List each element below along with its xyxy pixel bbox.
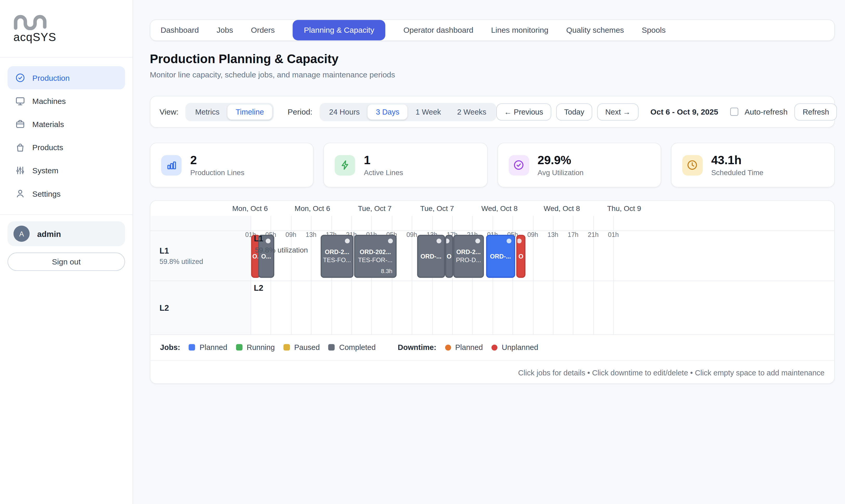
date-header: Wed, Oct 8 xyxy=(544,205,580,213)
job-block[interactable]: O xyxy=(445,235,453,278)
avatar: A xyxy=(14,226,30,241)
job-block[interactable]: ORD-... xyxy=(417,235,445,278)
tab-lines-monitoring[interactable]: Lines monitoring xyxy=(491,20,549,40)
row-label-l2: L2 xyxy=(160,281,169,334)
legend-dot-icon xyxy=(492,344,497,350)
period-segmented-control: 24 Hours3 Days1 Week2 Weeks xyxy=(319,103,496,121)
status-dot-icon xyxy=(266,238,271,244)
block-sublabel: TES-FOR-... xyxy=(358,256,392,265)
block-label: ORD-... xyxy=(420,252,442,260)
stat-value: 1 xyxy=(364,154,403,167)
brand-logo: acqSYS xyxy=(14,11,56,43)
top-nav: DashboardJobsOrdersPlanning & CapacityOp… xyxy=(150,19,834,41)
view-label: View: xyxy=(160,108,179,116)
next-button[interactable]: Next → xyxy=(597,103,639,120)
view-option-timeline[interactable]: Timeline xyxy=(227,104,272,119)
shopping-bag-icon xyxy=(15,142,25,152)
status-dot-icon xyxy=(517,238,522,244)
tick-label: 21h xyxy=(588,231,599,239)
tab-jobs[interactable]: Jobs xyxy=(217,20,233,40)
period-option-2-weeks[interactable]: 2 Weeks xyxy=(449,104,495,119)
previous-button[interactable]: ← Previous xyxy=(496,103,551,120)
block-label: ORD-202... xyxy=(360,248,391,256)
sidebar-item-production[interactable]: Production xyxy=(7,66,125,89)
tick-label: 01h xyxy=(608,231,619,239)
bar-chart-icon xyxy=(161,155,182,175)
chart-row-l1-utilization: 59.8% utilization xyxy=(255,246,308,254)
tab-spools[interactable]: Spools xyxy=(642,20,666,40)
tab-dashboard[interactable]: Dashboard xyxy=(161,20,199,40)
block-label: ORD-2... xyxy=(456,248,481,256)
stat-value: 29.9% xyxy=(538,154,584,167)
legend-item-label: Completed xyxy=(339,343,376,352)
view-option-metrics[interactable]: Metrics xyxy=(187,104,228,119)
legend-item-label: Running xyxy=(247,343,275,352)
sidebar-item-products[interactable]: Products xyxy=(7,136,125,159)
legend-item-downtime-planned: Planned xyxy=(445,343,483,352)
sidebar-item-materials[interactable]: Materials xyxy=(7,112,125,136)
job-block[interactable]: ORD-2...TES-FO... xyxy=(321,235,353,278)
today-button[interactable]: Today xyxy=(556,103,592,120)
legend-item-downtime-unplanned: Unplanned xyxy=(492,343,538,352)
monitor-icon xyxy=(15,96,25,106)
sidebar-divider xyxy=(0,57,133,58)
block-label: O xyxy=(518,252,523,260)
status-dot-icon xyxy=(445,238,450,244)
period-option-24-hours[interactable]: 24 Hours xyxy=(321,104,368,119)
sign-out-button[interactable]: Sign out xyxy=(7,253,125,271)
downtime-block[interactable]: O xyxy=(516,235,526,278)
app-window: acqSYS ProductionMachinesMaterialsProduc… xyxy=(0,0,845,504)
sidebar-item-label: Settings xyxy=(32,190,61,198)
sidebar-item-machines[interactable]: Machines xyxy=(7,89,125,112)
block-duration: 8.3h xyxy=(381,267,392,275)
stat-text: 2Production Lines xyxy=(190,154,244,177)
row-border xyxy=(150,281,834,281)
stat-card-scheduled-time: 43.1hScheduled Time xyxy=(671,143,835,187)
sidebar-item-settings[interactable]: Settings xyxy=(7,182,125,205)
tab-planning-capacity[interactable]: Planning & Capacity xyxy=(293,20,385,40)
tab-quality-schemes[interactable]: Quality schemes xyxy=(566,20,624,40)
stat-value: 43.1h xyxy=(711,154,763,167)
chart-row-l2-label: L2 xyxy=(254,283,263,292)
legend: Jobs:PlannedRunningPausedCompletedDownti… xyxy=(150,334,834,360)
period-option-3-days[interactable]: 3 Days xyxy=(368,104,408,119)
user-card[interactable]: A admin xyxy=(7,221,125,246)
legend-item-label: Planned xyxy=(455,343,483,352)
refresh-button[interactable]: Refresh xyxy=(795,103,837,120)
view-segmented-control: MetricsTimeline xyxy=(185,103,274,121)
legend-item-label: Planned xyxy=(200,343,227,352)
sidebar-item-system[interactable]: System xyxy=(7,159,125,182)
legend-item-label: Paused xyxy=(294,343,320,352)
status-dot-icon xyxy=(388,238,393,244)
stat-value: 2 xyxy=(190,154,244,167)
job-block[interactable]: ORD-2...PRO-D... xyxy=(453,235,484,278)
row-l2-name: L2 xyxy=(160,303,169,312)
stat-label: Avg Utilization xyxy=(538,168,584,177)
stat-text: 1Active Lines xyxy=(364,154,403,177)
tab-orders[interactable]: Orders xyxy=(251,20,275,40)
auto-refresh-checkbox[interactable] xyxy=(730,108,738,116)
legend-swatch-icon xyxy=(283,344,290,350)
job-block[interactable]: ORD-... xyxy=(486,235,515,278)
user-name: admin xyxy=(37,229,61,238)
chart-row-l1-label: L1 xyxy=(254,234,263,243)
sidebar-item-label: Production xyxy=(32,73,70,82)
tab-operator-dashboard[interactable]: Operator dashboard xyxy=(403,20,473,40)
period-option-1-week[interactable]: 1 Week xyxy=(408,104,449,119)
sidebar: acqSYS ProductionMachinesMaterialsProduc… xyxy=(0,0,133,504)
block-label: O xyxy=(447,252,452,260)
legend-dot-icon xyxy=(445,344,451,350)
date-header: Wed, Oct 8 xyxy=(481,205,517,213)
legend-jobs-label: Jobs: xyxy=(160,343,180,352)
status-dot-icon xyxy=(506,238,512,244)
period-label: Period: xyxy=(288,108,312,116)
block-sublabel: TES-FO... xyxy=(323,256,351,265)
date-header: Tue, Oct 7 xyxy=(420,205,454,213)
sidebar-item-label: Products xyxy=(32,143,63,151)
brand-name: acqSYS xyxy=(14,31,56,44)
row-l1-name: L1 xyxy=(160,246,203,255)
stat-card-production-lines: 2Production Lines xyxy=(150,143,314,187)
legend-swatch-icon xyxy=(328,344,335,350)
job-block[interactable]: ORD-202...TES-FOR-...8.3h xyxy=(354,235,397,278)
tick-label: 13h xyxy=(548,231,558,239)
